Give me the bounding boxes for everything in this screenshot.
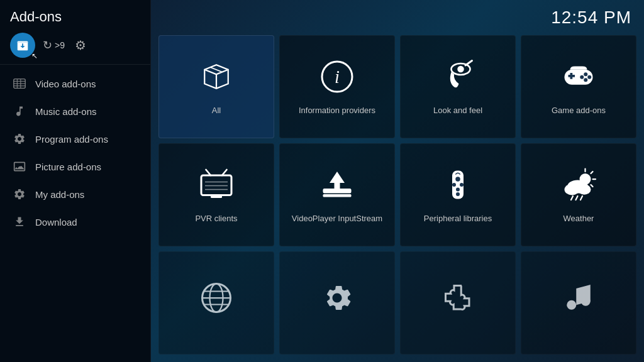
grid-cell-info[interactable]: i Information providers	[279, 35, 395, 138]
sidebar-item-video-label: Video add-ons	[35, 79, 96, 89]
settings-button[interactable]: ⚙	[75, 38, 86, 53]
svg-line-42	[576, 196, 578, 200]
refresh-button[interactable]: ↻ >9	[43, 38, 65, 52]
grid-cell-pvr[interactable]: PVR clients	[158, 143, 274, 246]
refresh-icon: ↻	[43, 38, 52, 52]
sidebar-item-download[interactable]: Download	[0, 208, 150, 236]
music2-icon	[560, 279, 597, 322]
grid-cell-partial-4[interactable]	[521, 251, 636, 354]
grid-cell-look[interactable]: Look and feel	[400, 35, 516, 138]
svg-rect-25	[323, 194, 352, 197]
svg-point-32	[456, 192, 460, 196]
sidebar-item-video[interactable]: Video add-ons	[0, 70, 150, 97]
svg-point-16	[580, 75, 584, 79]
sidebar-header: Add-ons ↖ ↻ >9 ⚙	[0, 0, 150, 65]
program-icon	[13, 132, 26, 146]
main-content: 12:54 PM All i Informatio	[151, 0, 644, 362]
box-icon	[197, 58, 235, 101]
svg-point-50	[581, 297, 591, 306]
sidebar: Add-ons ↖ ↻ >9 ⚙	[0, 0, 151, 362]
gamepad-icon	[560, 58, 597, 101]
weather-icon	[560, 166, 597, 209]
grid-cell-game[interactable]: Game add-ons	[521, 35, 636, 138]
sidebar-item-music[interactable]: Music add-ons	[0, 97, 150, 125]
addon-grid: All i Information providers	[151, 35, 644, 362]
svg-point-39	[565, 184, 580, 195]
grid-cell-partial-3[interactable]	[400, 251, 516, 354]
look-icon	[439, 58, 477, 101]
sidebar-item-picture[interactable]: Picture add-ons	[0, 153, 150, 180]
grid-cell-vp[interactable]: VideoPlayer InputStream	[279, 143, 395, 246]
sidebar-item-download-label: Download	[35, 217, 77, 228]
grid-cell-all[interactable]: All	[158, 35, 274, 138]
grid-cell-partial-2[interactable]	[279, 251, 395, 354]
grid-cell-partial-1[interactable]	[158, 251, 274, 354]
svg-point-28	[455, 177, 460, 182]
remote-icon	[439, 166, 477, 209]
grid-cell-game-label: Game add-ons	[552, 106, 606, 116]
topbar: 12:54 PM	[151, 0, 644, 35]
video-icon	[13, 77, 26, 90]
videoplayer-icon	[318, 166, 356, 209]
download-icon	[13, 215, 26, 229]
globe-icon	[197, 279, 235, 322]
svg-rect-24	[323, 189, 352, 194]
grid-cell-info-label: Information providers	[299, 106, 375, 116]
svg-rect-20	[211, 195, 222, 198]
sidebar-item-my-addons-label: My add-ons	[35, 189, 84, 200]
grid-cell-pvr-label: PVR clients	[195, 214, 237, 224]
tv-icon	[197, 166, 235, 209]
sidebar-item-program-label: Program add-ons	[35, 134, 108, 145]
grid-cell-peripheral-label: Peripheral libraries	[424, 214, 492, 224]
svg-point-49	[567, 300, 576, 310]
svg-point-30	[460, 183, 464, 187]
svg-line-43	[580, 196, 582, 200]
gear2-icon	[318, 279, 356, 322]
svg-point-15	[584, 78, 587, 82]
info-icon: i	[318, 58, 356, 101]
svg-marker-26	[330, 172, 345, 189]
cursor-icon: ↖	[31, 52, 38, 60]
svg-point-14	[587, 75, 591, 79]
svg-point-31	[456, 187, 460, 191]
svg-point-9	[457, 65, 464, 72]
grid-cell-weather[interactable]: Weather	[521, 143, 636, 246]
svg-line-37	[591, 185, 593, 187]
my-addons-icon	[13, 187, 26, 201]
svg-line-41	[571, 196, 573, 200]
sidebar-toolbar: ↖ ↻ >9 ⚙	[10, 33, 140, 58]
addon-icon-button[interactable]: ↖	[10, 33, 35, 58]
sidebar-item-music-label: Music add-ons	[35, 106, 97, 117]
svg-point-13	[584, 72, 587, 76]
grid-cell-look-label: Look and feel	[433, 106, 482, 116]
grid-cell-all-label: All	[212, 106, 221, 116]
update-badge: >9	[55, 40, 65, 50]
grid-cell-weather-label: Weather	[564, 214, 594, 224]
svg-rect-12	[570, 73, 573, 79]
svg-text:i: i	[335, 67, 340, 86]
puzzle-icon	[439, 279, 477, 322]
gear-icon: ⚙	[75, 38, 86, 52]
svg-point-40	[578, 184, 591, 195]
page-title: Add-ons	[10, 9, 140, 25]
grid-cell-vp-label: VideoPlayer InputStream	[292, 214, 382, 224]
svg-line-35	[591, 172, 593, 173]
svg-point-29	[452, 183, 456, 187]
sidebar-item-program[interactable]: Program add-ons	[0, 125, 150, 153]
clock: 12:54 PM	[551, 8, 631, 28]
grid-cell-peripheral[interactable]: Peripheral libraries	[400, 143, 516, 246]
picture-icon	[13, 160, 26, 173]
music-icon	[13, 104, 26, 118]
sidebar-nav: Video add-ons Music add-ons Program add-…	[0, 65, 150, 362]
sidebar-item-my-addons[interactable]: My add-ons	[0, 180, 150, 208]
sidebar-item-picture-label: Picture add-ons	[35, 162, 101, 172]
